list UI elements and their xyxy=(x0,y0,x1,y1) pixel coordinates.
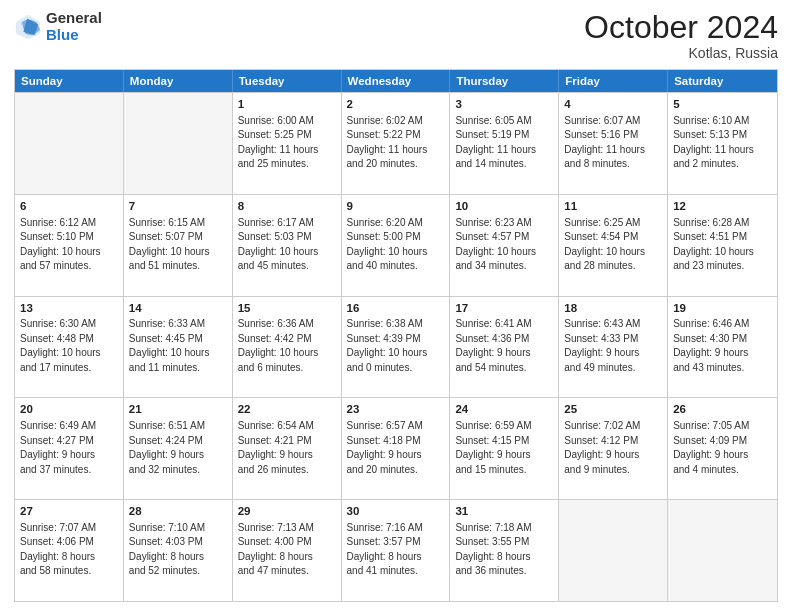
day-26: 26Sunrise: 7:05 AM Sunset: 4:09 PM Dayli… xyxy=(668,398,777,499)
day-29: 29Sunrise: 7:13 AM Sunset: 4:00 PM Dayli… xyxy=(233,500,342,601)
day-info-4: Sunrise: 6:07 AM Sunset: 5:16 PM Dayligh… xyxy=(564,115,645,170)
day-info-7: Sunrise: 6:15 AM Sunset: 5:07 PM Dayligh… xyxy=(129,217,210,272)
header-monday: Monday xyxy=(124,70,233,92)
day-info-30: Sunrise: 7:16 AM Sunset: 3:57 PM Dayligh… xyxy=(347,522,423,577)
page: General Blue October 2024 Kotlas, Russia… xyxy=(0,0,792,612)
day-info-31: Sunrise: 7:18 AM Sunset: 3:55 PM Dayligh… xyxy=(455,522,531,577)
day-info-15: Sunrise: 6:36 AM Sunset: 4:42 PM Dayligh… xyxy=(238,318,319,373)
week-2: 6Sunrise: 6:12 AM Sunset: 5:10 PM Daylig… xyxy=(15,194,777,296)
day-info-27: Sunrise: 7:07 AM Sunset: 4:06 PM Dayligh… xyxy=(20,522,96,577)
day-11: 11Sunrise: 6:25 AM Sunset: 4:54 PM Dayli… xyxy=(559,195,668,296)
day-number-27: 27 xyxy=(20,503,118,520)
logo-text: General Blue xyxy=(46,10,102,43)
day-number-31: 31 xyxy=(455,503,553,520)
header: General Blue October 2024 Kotlas, Russia xyxy=(14,10,778,61)
calendar-body: 1Sunrise: 6:00 AM Sunset: 5:25 PM Daylig… xyxy=(15,92,777,601)
day-16: 16Sunrise: 6:38 AM Sunset: 4:39 PM Dayli… xyxy=(342,297,451,398)
day-1: 1Sunrise: 6:00 AM Sunset: 5:25 PM Daylig… xyxy=(233,93,342,194)
day-info-14: Sunrise: 6:33 AM Sunset: 4:45 PM Dayligh… xyxy=(129,318,210,373)
day-info-18: Sunrise: 6:43 AM Sunset: 4:33 PM Dayligh… xyxy=(564,318,640,373)
day-21: 21Sunrise: 6:51 AM Sunset: 4:24 PM Dayli… xyxy=(124,398,233,499)
day-number-21: 21 xyxy=(129,401,227,418)
day-10: 10Sunrise: 6:23 AM Sunset: 4:57 PM Dayli… xyxy=(450,195,559,296)
day-empty xyxy=(15,93,124,194)
title-month: October 2024 xyxy=(584,10,778,45)
day-info-17: Sunrise: 6:41 AM Sunset: 4:36 PM Dayligh… xyxy=(455,318,531,373)
day-number-23: 23 xyxy=(347,401,445,418)
header-tuesday: Tuesday xyxy=(233,70,342,92)
day-number-25: 25 xyxy=(564,401,662,418)
day-22: 22Sunrise: 6:54 AM Sunset: 4:21 PM Dayli… xyxy=(233,398,342,499)
week-3: 13Sunrise: 6:30 AM Sunset: 4:48 PM Dayli… xyxy=(15,296,777,398)
day-info-29: Sunrise: 7:13 AM Sunset: 4:00 PM Dayligh… xyxy=(238,522,314,577)
day-number-30: 30 xyxy=(347,503,445,520)
logo: General Blue xyxy=(14,10,102,43)
day-number-18: 18 xyxy=(564,300,662,317)
day-number-10: 10 xyxy=(455,198,553,215)
day-number-5: 5 xyxy=(673,96,772,113)
day-9: 9Sunrise: 6:20 AM Sunset: 5:00 PM Daylig… xyxy=(342,195,451,296)
day-number-22: 22 xyxy=(238,401,336,418)
day-number-8: 8 xyxy=(238,198,336,215)
day-number-12: 12 xyxy=(673,198,772,215)
header-saturday: Saturday xyxy=(668,70,777,92)
day-number-14: 14 xyxy=(129,300,227,317)
day-25: 25Sunrise: 7:02 AM Sunset: 4:12 PM Dayli… xyxy=(559,398,668,499)
week-4: 20Sunrise: 6:49 AM Sunset: 4:27 PM Dayli… xyxy=(15,397,777,499)
day-5: 5Sunrise: 6:10 AM Sunset: 5:13 PM Daylig… xyxy=(668,93,777,194)
day-number-7: 7 xyxy=(129,198,227,215)
day-19: 19Sunrise: 6:46 AM Sunset: 4:30 PM Dayli… xyxy=(668,297,777,398)
day-info-3: Sunrise: 6:05 AM Sunset: 5:19 PM Dayligh… xyxy=(455,115,536,170)
day-15: 15Sunrise: 6:36 AM Sunset: 4:42 PM Dayli… xyxy=(233,297,342,398)
day-info-2: Sunrise: 6:02 AM Sunset: 5:22 PM Dayligh… xyxy=(347,115,428,170)
day-number-20: 20 xyxy=(20,401,118,418)
day-info-21: Sunrise: 6:51 AM Sunset: 4:24 PM Dayligh… xyxy=(129,420,205,475)
day-info-1: Sunrise: 6:00 AM Sunset: 5:25 PM Dayligh… xyxy=(238,115,319,170)
header-sunday: Sunday xyxy=(15,70,124,92)
day-number-26: 26 xyxy=(673,401,772,418)
day-number-15: 15 xyxy=(238,300,336,317)
day-info-5: Sunrise: 6:10 AM Sunset: 5:13 PM Dayligh… xyxy=(673,115,754,170)
day-14: 14Sunrise: 6:33 AM Sunset: 4:45 PM Dayli… xyxy=(124,297,233,398)
day-28: 28Sunrise: 7:10 AM Sunset: 4:03 PM Dayli… xyxy=(124,500,233,601)
day-number-11: 11 xyxy=(564,198,662,215)
title-block: October 2024 Kotlas, Russia xyxy=(584,10,778,61)
day-12: 12Sunrise: 6:28 AM Sunset: 4:51 PM Dayli… xyxy=(668,195,777,296)
day-6: 6Sunrise: 6:12 AM Sunset: 5:10 PM Daylig… xyxy=(15,195,124,296)
day-20: 20Sunrise: 6:49 AM Sunset: 4:27 PM Dayli… xyxy=(15,398,124,499)
day-number-13: 13 xyxy=(20,300,118,317)
day-31: 31Sunrise: 7:18 AM Sunset: 3:55 PM Dayli… xyxy=(450,500,559,601)
day-info-20: Sunrise: 6:49 AM Sunset: 4:27 PM Dayligh… xyxy=(20,420,96,475)
day-empty xyxy=(668,500,777,601)
day-info-10: Sunrise: 6:23 AM Sunset: 4:57 PM Dayligh… xyxy=(455,217,536,272)
day-info-23: Sunrise: 6:57 AM Sunset: 4:18 PM Dayligh… xyxy=(347,420,423,475)
day-number-28: 28 xyxy=(129,503,227,520)
logo-icon xyxy=(14,13,42,41)
day-17: 17Sunrise: 6:41 AM Sunset: 4:36 PM Dayli… xyxy=(450,297,559,398)
logo-general-text: General xyxy=(46,10,102,27)
day-info-8: Sunrise: 6:17 AM Sunset: 5:03 PM Dayligh… xyxy=(238,217,319,272)
day-info-12: Sunrise: 6:28 AM Sunset: 4:51 PM Dayligh… xyxy=(673,217,754,272)
day-info-22: Sunrise: 6:54 AM Sunset: 4:21 PM Dayligh… xyxy=(238,420,314,475)
day-13: 13Sunrise: 6:30 AM Sunset: 4:48 PM Dayli… xyxy=(15,297,124,398)
day-8: 8Sunrise: 6:17 AM Sunset: 5:03 PM Daylig… xyxy=(233,195,342,296)
calendar-header: Sunday Monday Tuesday Wednesday Thursday… xyxy=(15,70,777,92)
day-number-2: 2 xyxy=(347,96,445,113)
week-5: 27Sunrise: 7:07 AM Sunset: 4:06 PM Dayli… xyxy=(15,499,777,601)
day-info-26: Sunrise: 7:05 AM Sunset: 4:09 PM Dayligh… xyxy=(673,420,749,475)
day-empty xyxy=(124,93,233,194)
day-number-16: 16 xyxy=(347,300,445,317)
header-friday: Friday xyxy=(559,70,668,92)
day-number-9: 9 xyxy=(347,198,445,215)
day-empty xyxy=(559,500,668,601)
day-info-11: Sunrise: 6:25 AM Sunset: 4:54 PM Dayligh… xyxy=(564,217,645,272)
day-number-6: 6 xyxy=(20,198,118,215)
calendar: Sunday Monday Tuesday Wednesday Thursday… xyxy=(14,69,778,602)
day-24: 24Sunrise: 6:59 AM Sunset: 4:15 PM Dayli… xyxy=(450,398,559,499)
day-number-1: 1 xyxy=(238,96,336,113)
day-number-3: 3 xyxy=(455,96,553,113)
day-info-25: Sunrise: 7:02 AM Sunset: 4:12 PM Dayligh… xyxy=(564,420,640,475)
logo-blue-text: Blue xyxy=(46,27,102,44)
day-number-29: 29 xyxy=(238,503,336,520)
day-info-24: Sunrise: 6:59 AM Sunset: 4:15 PM Dayligh… xyxy=(455,420,531,475)
